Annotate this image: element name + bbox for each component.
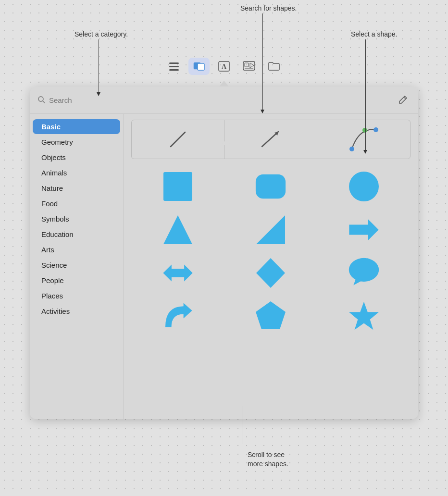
svg-point-22 xyxy=(349,172,379,201)
shape-double-arrow[interactable] xyxy=(131,251,224,295)
shapes-grid-row2 xyxy=(131,208,411,251)
toolbar-btn-text[interactable]: A xyxy=(213,58,235,75)
sidebar-item-arts[interactable]: Arts xyxy=(33,242,120,257)
annotation-line-shape xyxy=(365,39,366,150)
sidebar-item-activities[interactable]: Activities xyxy=(33,304,120,319)
pen-button[interactable] xyxy=(395,92,411,108)
toolbar-btn-list[interactable] xyxy=(163,58,185,75)
svg-line-14 xyxy=(171,132,185,147)
sidebar: Basic Geometry Objects Animals Nature Fo… xyxy=(30,114,124,419)
shapes-grid-row1 xyxy=(131,165,411,208)
sidebar-item-geometry[interactable]: Geometry xyxy=(33,135,120,149)
search-input[interactable] xyxy=(49,96,391,104)
annotation-search-shapes: Search for shapes. xyxy=(240,4,297,13)
shape-rounded-arrow[interactable] xyxy=(131,295,224,338)
annotation-scroll: Scroll to seemore shapes. xyxy=(248,450,288,469)
svg-point-28 xyxy=(349,258,379,282)
sidebar-item-food[interactable]: Food xyxy=(33,196,120,211)
shape-square[interactable] xyxy=(131,165,224,208)
toolbar: A xyxy=(0,58,448,75)
shape-circle[interactable] xyxy=(317,165,411,208)
toolbar-btn-shapes[interactable] xyxy=(188,58,210,75)
svg-rect-8 xyxy=(245,63,249,67)
sidebar-item-animals[interactable]: Animals xyxy=(33,165,120,180)
search-icon xyxy=(37,96,45,105)
svg-line-13 xyxy=(404,97,406,99)
lines-row xyxy=(131,120,411,159)
sidebar-item-basic[interactable]: Basic xyxy=(33,119,120,134)
arrow-shape xyxy=(363,150,367,154)
shape-triangle[interactable] xyxy=(131,208,224,251)
sidebar-item-objects[interactable]: Objects xyxy=(33,150,120,165)
toolbar-btn-folder[interactable] xyxy=(263,58,285,75)
annotation-select-category: Select a category. xyxy=(75,30,128,39)
svg-marker-26 xyxy=(163,265,192,282)
svg-marker-23 xyxy=(163,215,192,244)
shape-arrow-right[interactable] xyxy=(317,208,411,251)
sidebar-item-science[interactable]: Science xyxy=(33,258,120,273)
shapes-grid-row4 xyxy=(131,295,411,338)
sidebar-item-nature[interactable]: Nature xyxy=(33,181,120,196)
svg-marker-31 xyxy=(349,302,379,330)
panel: Basic Geometry Objects Animals Nature Fo… xyxy=(30,87,418,419)
toolbar-arrow xyxy=(219,81,229,87)
annotation-vline-scroll xyxy=(242,406,242,444)
svg-rect-2 xyxy=(169,69,179,71)
svg-marker-30 xyxy=(256,301,286,329)
svg-point-17 xyxy=(349,147,354,151)
sidebar-item-education[interactable]: Education xyxy=(33,227,120,242)
svg-rect-1 xyxy=(169,66,179,67)
shapes-grid-row3 xyxy=(131,251,411,295)
shape-arrow-line[interactable] xyxy=(224,120,317,159)
shape-star[interactable] xyxy=(317,295,411,338)
search-bar xyxy=(30,87,418,114)
shape-pentagon[interactable] xyxy=(224,295,318,338)
toolbar-btn-media[interactable] xyxy=(238,58,260,75)
svg-marker-24 xyxy=(256,215,285,244)
shape-right-triangle[interactable] xyxy=(224,208,318,251)
sidebar-item-symbols[interactable]: Symbols xyxy=(33,211,120,226)
svg-marker-10 xyxy=(250,63,254,68)
svg-rect-4 xyxy=(198,63,204,70)
svg-marker-27 xyxy=(256,258,285,288)
shape-diamond[interactable] xyxy=(224,251,318,295)
shape-rounded-rect[interactable] xyxy=(224,165,318,208)
shape-speech-bubble[interactable] xyxy=(317,251,411,295)
shapes-area xyxy=(124,114,418,419)
sidebar-item-places[interactable]: Places xyxy=(33,288,120,303)
svg-point-19 xyxy=(373,127,378,132)
svg-point-18 xyxy=(362,128,367,133)
sidebar-item-people[interactable]: People xyxy=(33,273,120,288)
svg-rect-20 xyxy=(163,172,192,201)
svg-marker-25 xyxy=(349,219,379,240)
arrow-search xyxy=(261,110,264,113)
annotation-select-shape: Select a shape. xyxy=(351,30,398,39)
svg-line-12 xyxy=(43,101,45,103)
svg-rect-21 xyxy=(256,174,286,199)
arrow-category xyxy=(97,92,100,96)
content: Basic Geometry Objects Animals Nature Fo… xyxy=(30,114,418,419)
svg-text:A: A xyxy=(222,63,227,70)
shape-line[interactable] xyxy=(132,120,224,159)
svg-rect-0 xyxy=(169,62,179,64)
